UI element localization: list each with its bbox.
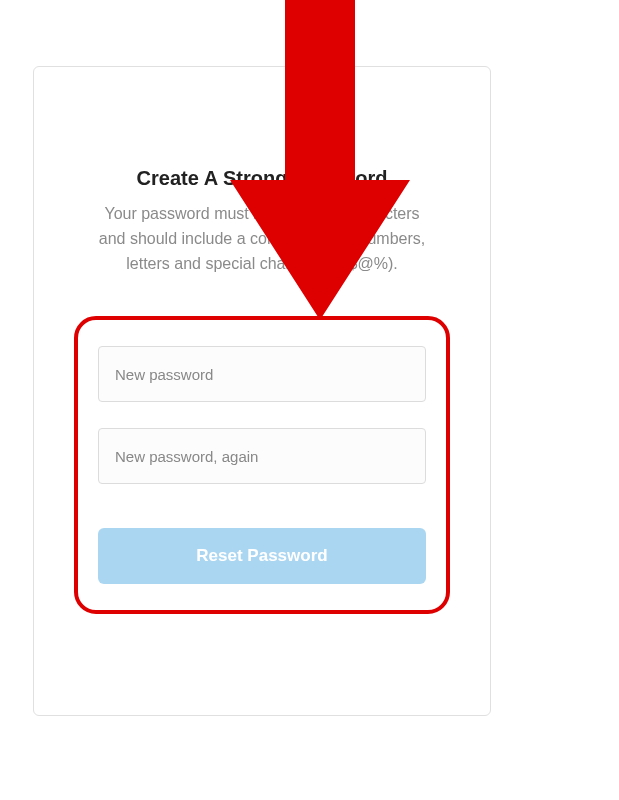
new-password-input[interactable]: [98, 346, 426, 402]
card-title: Create A Strong Password: [74, 167, 450, 190]
confirm-password-input[interactable]: [98, 428, 426, 484]
form-highlight-box: Reset Password: [74, 316, 450, 614]
reset-password-card: Create A Strong Password Your password m…: [33, 66, 491, 716]
reset-password-button[interactable]: Reset Password: [98, 528, 426, 584]
card-subtitle: Your password must be at least 8 charact…: [89, 202, 435, 276]
